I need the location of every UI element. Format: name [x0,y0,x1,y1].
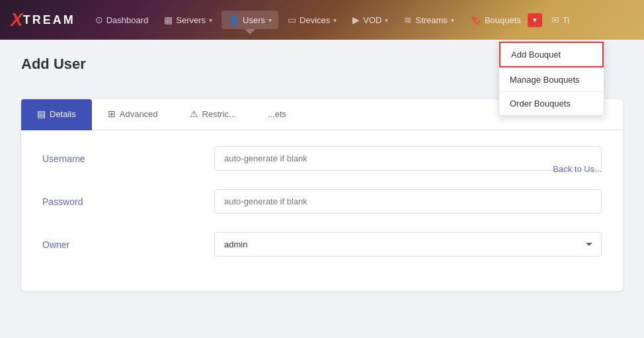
vod-icon: ▶ [352,15,360,25]
main-nav: ⊙ Dashboard ▦ Servers ▾ 👤 Users ▾ ▭ Devi… [89,11,633,29]
devices-icon: ▭ [288,15,296,25]
dropdown-item-order-bouquets[interactable]: Order Bouquets [499,92,604,115]
nav-arrow [245,29,255,34]
advanced-tab-icon: ⊞ [108,108,116,119]
servers-icon: ▦ [164,15,173,25]
logo[interactable]: X TREAM [11,9,75,30]
chevron-down-icon: ▾ [268,17,272,24]
nav-item-servers[interactable]: ▦ Servers ▾ [157,11,219,29]
chevron-down-icon: ▾ [385,17,388,24]
nav-item-users[interactable]: 👤 Users ▾ [221,11,278,29]
user-form: Username Password Owner admin [21,130,623,291]
tab-details[interactable]: ▤ Details [21,99,92,130]
nav-item-dashboard[interactable]: ⊙ Dashboard [89,11,155,29]
chevron-down-icon: ▾ [333,17,337,24]
form-row-username: Username [42,146,602,171]
password-input[interactable] [214,189,602,214]
logo-text: TREAM [23,13,75,27]
bouquets-main-button[interactable]: 🔖 Bouquets [463,11,526,29]
main-card: ▤ Details ⊞ Advanced ⚠ Restric... ...ets [21,99,623,291]
owner-select[interactable]: admin [214,232,602,257]
nav-label-streams: Streams [415,15,447,25]
nav-item-devices[interactable]: ▭ Devices ▾ [281,11,343,29]
details-tab-icon: ▤ [37,108,46,119]
username-label: Username [42,153,214,164]
tab-label-bouquets: ...ets [268,109,286,119]
nav-item-bouquets[interactable]: 🔖 Bouquets ▾ [463,11,542,29]
chevron-down-icon: ▾ [209,17,212,24]
nav-label-vod: VOD [363,15,382,25]
owner-label: Owner [42,239,214,250]
caret-down-icon: ▾ [533,16,537,24]
users-icon: 👤 [228,15,239,25]
nav-label-users: Users [243,15,265,25]
nav-label-devices: Devices [300,15,330,25]
chevron-down-icon: ▾ [451,17,454,24]
tab-restrictions[interactable]: ⚠ Restric... [174,99,252,130]
bouquets-icon: 🔖 [470,15,481,25]
nav-item-vod[interactable]: ▶ VOD ▾ [346,11,395,29]
nav-item-ti[interactable]: ✉ Ti [545,11,576,29]
back-link[interactable]: Back to Us... [553,164,602,174]
tab-label-details: Details [50,109,76,119]
username-input[interactable] [214,146,602,171]
nav-label-bouquets: Bouquets [485,15,521,25]
nav-label-servers: Servers [176,15,206,25]
page-title: Add User [21,56,86,73]
bouquets-dropdown-toggle[interactable]: ▾ [528,13,542,27]
tab-label-restrictions: Restric... [202,109,236,119]
header: X TREAM ⊙ Dashboard ▦ Servers ▾ 👤 Users … [0,0,644,40]
logo-x: X [11,9,23,30]
mail-icon: ✉ [551,15,559,25]
bouquets-dropdown-menu: Add Bouquet Manage Bouquets Order Bouque… [499,41,604,116]
tab-label-advanced: Advanced [120,109,158,119]
tab-advanced[interactable]: ⊞ Advanced [92,99,174,130]
form-row-password: Password [42,189,602,214]
restrictions-tab-icon: ⚠ [190,108,198,119]
nav-item-streams[interactable]: ≋ Streams ▾ [397,11,460,29]
nav-label-dashboard: Dashboard [106,15,149,25]
dropdown-item-manage-bouquets[interactable]: Manage Bouquets [499,68,604,91]
dropdown-item-add-bouquet[interactable]: Add Bouquet [499,42,604,67]
nav-label-ti: Ti [563,15,569,25]
tab-bouquets[interactable]: ...ets [252,99,302,130]
dashboard-icon: ⊙ [95,15,103,25]
password-label: Password [42,196,214,207]
streams-icon: ≋ [404,15,412,25]
form-row-owner: Owner admin [42,232,602,257]
